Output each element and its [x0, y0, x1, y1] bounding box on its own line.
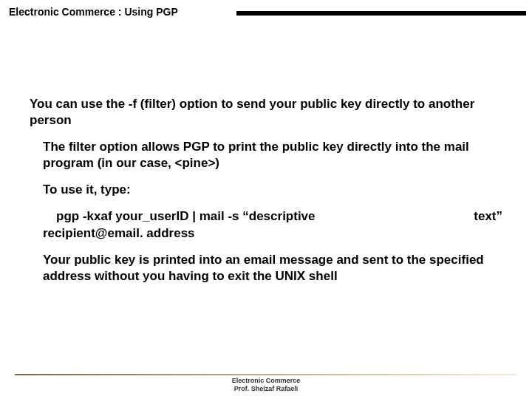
footer-line-2: Prof. Sheizaf Rafaeli — [0, 385, 532, 393]
sub-paragraph-1: The filter option allows PGP to print th… — [43, 139, 502, 171]
command-block: pgp -kxaf your_userID | mail -s “descrip… — [43, 208, 502, 241]
footer-rule — [15, 374, 517, 375]
slide-body: You can use the -f (filter) option to se… — [30, 96, 502, 295]
slide-header: Electronic Commerce : Using PGP — [0, 6, 532, 22]
sub-paragraph-3: Your public key is printed into an email… — [43, 252, 502, 284]
command-line-1: pgp -kxaf your_userID | mail -s “descrip… — [43, 208, 502, 225]
footer-line-1: Electronic Commerce — [0, 377, 532, 385]
slide-footer: Electronic Commerce Prof. Sheizaf Rafael… — [0, 374, 532, 393]
command-right: text” — [474, 208, 502, 225]
slide-title: Electronic Commerce : Using PGP — [9, 6, 184, 18]
lead-paragraph: You can use the -f (filter) option to se… — [30, 96, 502, 129]
sub-paragraph-2: To use it, type: — [43, 182, 502, 198]
command-line-2: recipient@email. address — [43, 225, 502, 242]
command-left: pgp -kxaf your_userID | mail -s “descrip… — [43, 208, 316, 225]
